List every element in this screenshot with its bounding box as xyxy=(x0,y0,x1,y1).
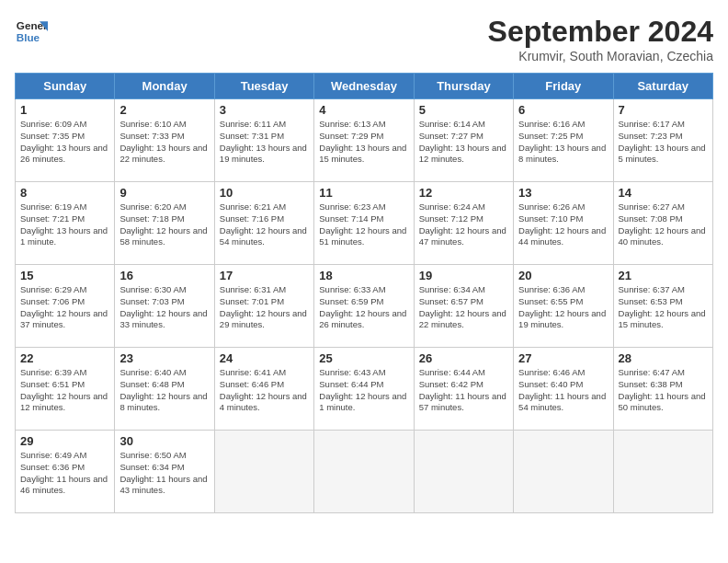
calendar-cell: 12Sunrise: 6:24 AMSunset: 7:12 PMDayligh… xyxy=(414,182,513,265)
day-info: Sunrise: 6:37 AMSunset: 6:53 PMDaylight:… xyxy=(619,284,708,331)
calendar-cell: 14Sunrise: 6:27 AMSunset: 7:08 PMDayligh… xyxy=(613,182,712,265)
day-number: 26 xyxy=(419,351,508,365)
day-number: 21 xyxy=(619,269,708,282)
day-number: 14 xyxy=(619,186,708,200)
day-number: 11 xyxy=(319,186,408,200)
location-subtitle: Krumvir, South Moravian, Czechia xyxy=(488,49,713,63)
calendar-week-row: 1Sunrise: 6:09 AMSunset: 7:35 PMDaylight… xyxy=(16,99,713,182)
svg-text:Blue: Blue xyxy=(17,31,40,43)
calendar-week-row: 22Sunrise: 6:39 AMSunset: 6:51 PMDayligh… xyxy=(16,348,713,431)
day-info: Sunrise: 6:36 AMSunset: 6:55 PMDaylight:… xyxy=(518,284,608,331)
calendar-cell: 11Sunrise: 6:23 AMSunset: 7:14 PMDayligh… xyxy=(314,182,414,265)
calendar-cell: 16Sunrise: 6:30 AMSunset: 7:03 PMDayligh… xyxy=(115,265,214,348)
day-header-monday: Monday xyxy=(115,74,214,99)
calendar-cell: 2Sunrise: 6:10 AMSunset: 7:33 PMDaylight… xyxy=(115,99,214,182)
calendar-cell xyxy=(414,431,513,513)
calendar-cell: 18Sunrise: 6:33 AMSunset: 6:59 PMDayligh… xyxy=(314,265,414,348)
calendar-cell: 5Sunrise: 6:14 AMSunset: 7:27 PMDaylight… xyxy=(414,99,513,182)
calendar-cell: 4Sunrise: 6:13 AMSunset: 7:29 PMDaylight… xyxy=(314,99,414,182)
day-info: Sunrise: 6:14 AMSunset: 7:27 PMDaylight:… xyxy=(419,119,508,166)
day-number: 7 xyxy=(619,103,708,117)
day-number: 28 xyxy=(619,351,708,365)
calendar-cell: 25Sunrise: 6:43 AMSunset: 6:44 PMDayligh… xyxy=(314,348,414,431)
day-info: Sunrise: 6:46 AMSunset: 6:40 PMDaylight:… xyxy=(518,367,608,414)
day-info: Sunrise: 6:27 AMSunset: 7:08 PMDaylight:… xyxy=(619,201,708,248)
calendar-cell: 27Sunrise: 6:46 AMSunset: 6:40 PMDayligh… xyxy=(514,348,613,431)
day-number: 13 xyxy=(518,186,608,200)
day-info: Sunrise: 6:44 AMSunset: 6:42 PMDaylight:… xyxy=(419,367,508,414)
day-header-saturday: Saturday xyxy=(613,74,712,99)
calendar-cell xyxy=(613,431,712,513)
calendar-week-row: 15Sunrise: 6:29 AMSunset: 7:06 PMDayligh… xyxy=(16,265,713,348)
day-number: 5 xyxy=(419,103,508,117)
calendar-cell: 10Sunrise: 6:21 AMSunset: 7:16 PMDayligh… xyxy=(214,182,313,265)
day-info: Sunrise: 6:17 AMSunset: 7:23 PMDaylight:… xyxy=(619,119,708,166)
day-number: 12 xyxy=(419,186,508,200)
calendar-cell xyxy=(514,431,613,513)
calendar-cell xyxy=(314,431,414,513)
day-info: Sunrise: 6:39 AMSunset: 6:51 PMDaylight:… xyxy=(20,367,109,414)
calendar-cell: 8Sunrise: 6:19 AMSunset: 7:21 PMDaylight… xyxy=(16,182,115,265)
calendar-cell xyxy=(214,431,313,513)
day-number: 4 xyxy=(319,103,408,117)
day-number: 27 xyxy=(518,351,608,365)
day-number: 15 xyxy=(20,269,109,282)
days-of-week-row: SundayMondayTuesdayWednesdayThursdayFrid… xyxy=(16,74,713,99)
calendar-cell: 1Sunrise: 6:09 AMSunset: 7:35 PMDaylight… xyxy=(16,99,115,182)
day-number: 9 xyxy=(119,186,209,200)
day-number: 20 xyxy=(518,269,608,282)
day-info: Sunrise: 6:50 AMSunset: 6:34 PMDaylight:… xyxy=(119,450,209,497)
day-number: 2 xyxy=(119,103,209,117)
day-info: Sunrise: 6:10 AMSunset: 7:33 PMDaylight:… xyxy=(119,119,209,166)
day-number: 23 xyxy=(119,351,209,365)
calendar-cell: 6Sunrise: 6:16 AMSunset: 7:25 PMDaylight… xyxy=(514,99,613,182)
calendar-cell: 26Sunrise: 6:44 AMSunset: 6:42 PMDayligh… xyxy=(414,348,513,431)
day-number: 3 xyxy=(220,103,309,117)
day-info: Sunrise: 6:11 AMSunset: 7:31 PMDaylight:… xyxy=(220,119,309,166)
day-number: 30 xyxy=(119,434,209,448)
calendar-cell: 28Sunrise: 6:47 AMSunset: 6:38 PMDayligh… xyxy=(613,348,712,431)
day-info: Sunrise: 6:31 AMSunset: 7:01 PMDaylight:… xyxy=(220,284,309,331)
day-info: Sunrise: 6:24 AMSunset: 7:12 PMDaylight:… xyxy=(419,201,508,248)
page-header: General Blue September 2024 Krumvir, Sou… xyxy=(15,15,713,63)
day-number: 19 xyxy=(419,269,508,282)
day-header-sunday: Sunday xyxy=(16,74,115,99)
day-number: 29 xyxy=(20,434,109,448)
day-info: Sunrise: 6:33 AMSunset: 6:59 PMDaylight:… xyxy=(319,284,408,331)
logo: General Blue xyxy=(15,15,48,48)
day-info: Sunrise: 6:09 AMSunset: 7:35 PMDaylight:… xyxy=(20,119,109,166)
day-header-tuesday: Tuesday xyxy=(214,74,313,99)
calendar-cell: 21Sunrise: 6:37 AMSunset: 6:53 PMDayligh… xyxy=(613,265,712,348)
title-area: September 2024 Krumvir, South Moravian, … xyxy=(488,15,713,63)
day-number: 22 xyxy=(20,351,109,365)
day-info: Sunrise: 6:23 AMSunset: 7:14 PMDaylight:… xyxy=(319,201,408,248)
day-info: Sunrise: 6:13 AMSunset: 7:29 PMDaylight:… xyxy=(319,119,408,166)
day-info: Sunrise: 6:34 AMSunset: 6:57 PMDaylight:… xyxy=(419,284,508,331)
day-info: Sunrise: 6:41 AMSunset: 6:46 PMDaylight:… xyxy=(220,367,309,414)
day-number: 24 xyxy=(220,351,309,365)
calendar-cell: 9Sunrise: 6:20 AMSunset: 7:18 PMDaylight… xyxy=(115,182,214,265)
calendar-table: SundayMondayTuesdayWednesdayThursdayFrid… xyxy=(15,73,713,513)
calendar-cell: 29Sunrise: 6:49 AMSunset: 6:36 PMDayligh… xyxy=(16,431,115,513)
calendar-cell: 15Sunrise: 6:29 AMSunset: 7:06 PMDayligh… xyxy=(16,265,115,348)
day-number: 18 xyxy=(319,269,408,282)
day-header-wednesday: Wednesday xyxy=(314,74,414,99)
day-info: Sunrise: 6:29 AMSunset: 7:06 PMDaylight:… xyxy=(20,284,109,331)
day-info: Sunrise: 6:30 AMSunset: 7:03 PMDaylight:… xyxy=(119,284,209,331)
day-number: 16 xyxy=(119,269,209,282)
calendar-cell: 7Sunrise: 6:17 AMSunset: 7:23 PMDaylight… xyxy=(613,99,712,182)
calendar-cell: 23Sunrise: 6:40 AMSunset: 6:48 PMDayligh… xyxy=(115,348,214,431)
day-number: 6 xyxy=(518,103,608,117)
day-number: 10 xyxy=(220,186,309,200)
day-info: Sunrise: 6:40 AMSunset: 6:48 PMDaylight:… xyxy=(119,367,209,414)
calendar-cell: 24Sunrise: 6:41 AMSunset: 6:46 PMDayligh… xyxy=(214,348,313,431)
month-title: September 2024 xyxy=(488,15,713,49)
calendar-cell: 17Sunrise: 6:31 AMSunset: 7:01 PMDayligh… xyxy=(214,265,313,348)
day-number: 1 xyxy=(20,103,109,117)
logo-icon: General Blue xyxy=(15,15,48,48)
day-number: 17 xyxy=(220,269,309,282)
calendar-week-row: 8Sunrise: 6:19 AMSunset: 7:21 PMDaylight… xyxy=(16,182,713,265)
day-info: Sunrise: 6:16 AMSunset: 7:25 PMDaylight:… xyxy=(518,119,608,166)
day-info: Sunrise: 6:43 AMSunset: 6:44 PMDaylight:… xyxy=(319,367,408,414)
day-info: Sunrise: 6:21 AMSunset: 7:16 PMDaylight:… xyxy=(220,201,309,248)
